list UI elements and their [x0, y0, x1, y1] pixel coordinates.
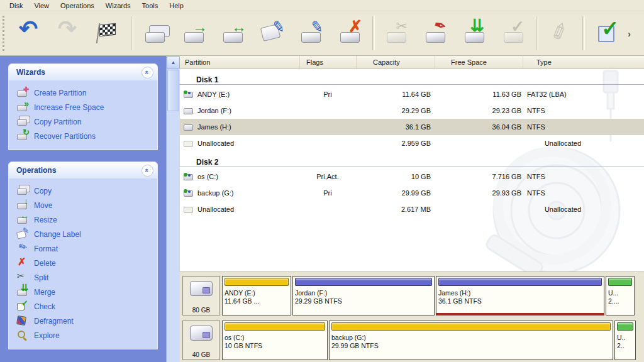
- recover-partitions-icon: [16, 131, 28, 141]
- sidebar-item-recover-partitions[interactable]: Recover Partitions: [15, 129, 155, 143]
- menu-item-tools[interactable]: Tools: [136, 1, 164, 10]
- sidebar-item-copy[interactable]: Copy: [15, 184, 155, 198]
- menu-item-wizards[interactable]: Wizards: [100, 1, 136, 10]
- menu-item-disk[interactable]: Disk: [4, 1, 28, 10]
- capacity-cell: 2.617 MB: [356, 206, 435, 213]
- apply-flag-icon: [96, 21, 122, 46]
- disk-cell[interactable]: 80 GB: [182, 276, 220, 315]
- sidebar-item-merge[interactable]: Merge: [15, 285, 155, 299]
- collapse-chevron-icon[interactable]: «: [142, 165, 153, 177]
- menu-item-view[interactable]: View: [28, 1, 55, 10]
- op-explore-icon: [16, 331, 28, 340]
- toolbar-buttons: [11, 14, 626, 52]
- sidebar-item-label: Copy Partition: [34, 118, 81, 126]
- sidebar-item-create-partition[interactable]: Create Partition: [15, 85, 155, 100]
- partition-name: Jordan (F:): [197, 107, 231, 114]
- sidebar-item-check[interactable]: Check: [15, 299, 155, 314]
- disk-map-row: 80 GB ANDY (E:) 11.64 GB ... Jordan (F:)…: [182, 276, 643, 315]
- partition-block[interactable]: James (H:) 36.1 GB NTFS: [436, 276, 604, 315]
- toolbar-overflow-chevron-icon[interactable]: ›: [628, 28, 631, 39]
- defragment-button[interactable]: [541, 14, 580, 52]
- column-header-type[interactable]: Type: [523, 56, 644, 69]
- op-delete-icon: [16, 258, 28, 268]
- block-partition-info: 2....: [608, 297, 632, 305]
- disk-group-row: Disk 2: [180, 151, 644, 167]
- undo-button[interactable]: [11, 14, 50, 52]
- disk-cell[interactable]: 40 GB: [182, 321, 220, 360]
- op-copy-icon: [16, 186, 28, 195]
- sidebar-scrollbar[interactable]: ▲: [166, 56, 180, 362]
- sidebar-item-delete[interactable]: Delete: [15, 256, 155, 270]
- sidebar-item-split[interactable]: Split: [15, 270, 155, 285]
- disk-size-label: 40 GB: [192, 351, 210, 358]
- resize-partition-button[interactable]: [214, 14, 253, 52]
- change-label-button[interactable]: [253, 14, 292, 52]
- sidebar-item-label: Check: [34, 302, 55, 311]
- partition-name: ANDY (E:): [197, 90, 230, 98]
- sidebar-item-defragment[interactable]: Defragment: [15, 314, 155, 328]
- column-header-flags[interactable]: Flags: [299, 56, 356, 69]
- block-partition-info: 10 GB NTFS: [225, 342, 325, 350]
- panel-items: Create Partition Increase Free Space Cop…: [9, 80, 157, 150]
- partition-block[interactable]: os (C:) 10 GB NTFS: [222, 321, 328, 360]
- op-split-icon: [16, 273, 28, 282]
- check-partition-button[interactable]: [494, 14, 533, 52]
- split-partition-button[interactable]: [377, 14, 416, 52]
- partition-block[interactable]: Jordan (F:) 29.29 GB NTFS: [292, 276, 435, 315]
- sidebar-item-change-label[interactable]: Change Label: [15, 227, 155, 241]
- filesystem-color-bar: [617, 322, 633, 331]
- partition-block[interactable]: U.. 2..: [614, 321, 636, 360]
- op-move-icon: [16, 200, 28, 210]
- sidebar-item-resize[interactable]: Resize: [15, 212, 155, 227]
- scroll-up-icon[interactable]: ▲: [167, 56, 180, 69]
- move-partition-button[interactable]: [175, 14, 214, 52]
- partition-row[interactable]: Jordan (F:) 29.29 GB 29.23 GB NTFS: [180, 102, 644, 119]
- partition-block[interactable]: ANDY (E:) 11.64 GB ...: [222, 276, 291, 315]
- panel-header[interactable]: Wizards «: [9, 64, 157, 80]
- type-cell: Unallocated: [523, 140, 644, 147]
- type-cell: NTFS: [523, 107, 644, 114]
- delete-partition-button[interactable]: [331, 14, 370, 52]
- commit-validate-button[interactable]: [587, 14, 626, 52]
- format-disk-icon: [298, 21, 325, 46]
- partition-block[interactable]: backup (G:) 29.99 GB NTFS: [329, 321, 613, 360]
- sidebar-item-format[interactable]: Format: [15, 241, 155, 256]
- scrollbar-thumb[interactable]: [167, 70, 179, 111]
- copy-partition-button[interactable]: [136, 14, 175, 52]
- partition-row[interactable]: Unallocated 2.617 MB Unallocated: [180, 201, 644, 217]
- redistribute-free-space-button[interactable]: [455, 14, 494, 52]
- menu-item-operations[interactable]: Operations: [55, 1, 100, 10]
- menu-bar: DiskViewOperationsWizardsToolsHelp: [0, 0, 644, 11]
- free-space-cell: 7.716 GB: [435, 173, 523, 180]
- partition-row[interactable]: backup (G:) Pri 29.99 GB 29.93 GB NTFS: [180, 185, 644, 201]
- sidebar-item-copy-partition[interactable]: Copy Partition: [15, 114, 155, 129]
- column-header-partition[interactable]: Partition: [180, 56, 299, 69]
- create-partition-icon: [16, 88, 28, 97]
- column-header-capacity[interactable]: Capacity: [356, 56, 435, 69]
- toolbar-grip[interactable]: [3, 16, 10, 51]
- partition-row[interactable]: James (H:) 36.1 GB 36.04 GB NTFS: [180, 119, 644, 135]
- sidebar-item-move[interactable]: Move: [15, 198, 155, 212]
- sidebar-item-explore[interactable]: Explore: [15, 328, 155, 343]
- op-resize-icon: [16, 215, 28, 224]
- partition-row[interactable]: Unallocated 2.959 GB Unallocated: [180, 135, 644, 151]
- column-header-free-space[interactable]: Free Space: [435, 56, 523, 69]
- merge-partitions-button[interactable]: [416, 14, 455, 52]
- panel-header[interactable]: Operations «: [9, 162, 157, 178]
- apply-changes-button[interactable]: [89, 14, 128, 52]
- partition-block[interactable]: U... 2....: [606, 276, 635, 315]
- partition-row[interactable]: os (C:) Pri,Act. 10 GB 7.716 GB NTFS: [180, 168, 644, 185]
- hard-disk-icon: [190, 281, 213, 296]
- sidebar-item-increase-free-space[interactable]: Increase Free Space: [15, 100, 155, 114]
- sidebar-item-label: Format: [34, 244, 58, 253]
- partition-row[interactable]: ANDY (E:) Pri 11.64 GB 11.63 GB FAT32 (L…: [180, 86, 644, 102]
- capacity-cell: 2.959 GB: [356, 140, 435, 147]
- type-cell: NTFS: [523, 173, 644, 180]
- block-partition-name: U..: [617, 334, 633, 342]
- check-disk-icon: [501, 21, 527, 46]
- collapse-chevron-icon[interactable]: «: [142, 67, 153, 79]
- redo-button[interactable]: [50, 14, 89, 52]
- format-partition-button[interactable]: [292, 14, 331, 52]
- block-partition-name: backup (G:): [331, 334, 611, 342]
- menu-item-help[interactable]: Help: [164, 1, 189, 10]
